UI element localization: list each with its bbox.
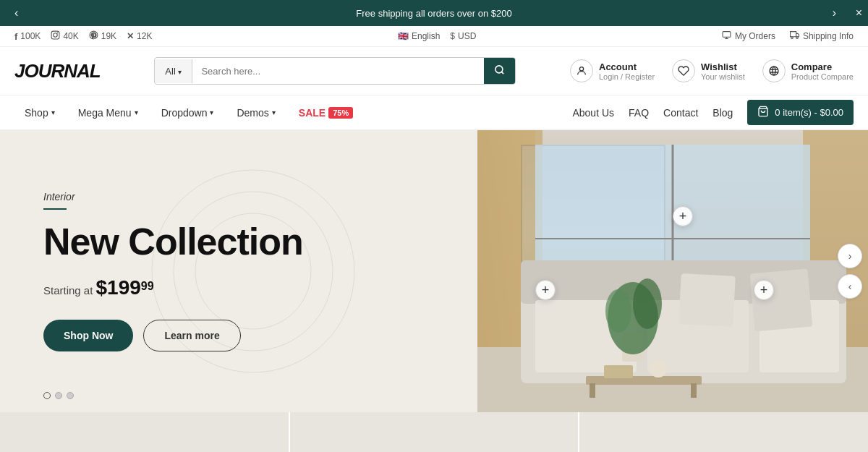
shop-chevron-icon: ▾: [51, 108, 55, 116]
svg-point-2: [57, 33, 59, 34]
mega-chevron-icon: ▾: [135, 108, 138, 116]
currency-label: USD: [458, 31, 476, 41]
svg-rect-32: [604, 365, 633, 378]
hero-prev-btn[interactable]: ‹: [838, 274, 862, 299]
pinterest-link[interactable]: 19K: [89, 30, 116, 42]
demos-chevron-icon: ▾: [272, 108, 276, 116]
shipping-info-label: Shipping Info: [803, 31, 854, 41]
flag-icon: 🇬🇧: [398, 31, 409, 41]
hero-tag-underline: [43, 208, 67, 210]
language-selector[interactable]: 🇬🇧 English: [398, 31, 440, 41]
hero-tag: Interior: [43, 191, 318, 202]
lang-currency: 🇬🇧 English $ USD: [398, 31, 476, 41]
shop-now-button[interactable]: Shop Now: [43, 320, 133, 351]
slide-dot-3[interactable]: [67, 392, 74, 399]
currency-selector[interactable]: $ USD: [450, 31, 476, 41]
account-icon: [570, 59, 593, 82]
wishlist-icon: [672, 59, 695, 82]
search-area: All ▾: [154, 57, 516, 85]
search-category-btn[interactable]: All ▾: [155, 59, 192, 83]
facebook-link[interactable]: f 100K: [14, 31, 41, 42]
hero-images: + + + › ‹: [362, 130, 868, 412]
nav-item-shop[interactable]: Shop ▾: [14, 95, 65, 130]
starting-at-label: Starting at: [43, 284, 93, 297]
nav-item-demos[interactable]: Demos ▾: [226, 95, 285, 130]
twitter-count: 12K: [137, 31, 152, 41]
search-icon: [494, 65, 505, 77]
main-nav: Shop ▾ Mega Menu ▾ Dropdown ▾ Demos ▾ SA…: [0, 95, 868, 130]
slide-dot-1[interactable]: [43, 392, 51, 399]
svg-rect-24: [678, 273, 736, 327]
nav-about-link[interactable]: About Us: [572, 107, 614, 119]
hotspot-table[interactable]: +: [535, 280, 556, 300]
search-category-chevron: ▾: [178, 68, 182, 76]
compare-link[interactable]: Compare Product Compare: [762, 59, 854, 82]
meta-bar: f 100K 40K 19K ✕ 12K 🇬🇧 English $ USD: [0, 26, 868, 47]
teaser-item-2: [290, 412, 580, 452]
announcement-next-btn[interactable]: ›: [824, 4, 845, 22]
nav-left: Shop ▾ Mega Menu ▾ Dropdown ▾ Demos ▾ SA…: [14, 95, 363, 130]
instagram-link[interactable]: 40K: [51, 30, 78, 42]
compare-sublabel: Product Compare: [791, 72, 854, 81]
search-btn[interactable]: [484, 58, 515, 84]
nav-contact-link[interactable]: Contact: [663, 107, 698, 119]
site-logo[interactable]: JOURNAL: [14, 60, 101, 82]
announcement-prev-btn[interactable]: ‹: [6, 4, 27, 22]
cart-button[interactable]: 0 item(s) - $0.00: [747, 100, 854, 125]
announcement-close-btn[interactable]: ×: [856, 7, 862, 20]
svg-rect-3: [723, 32, 731, 38]
shipping-info-link[interactable]: Shipping Info: [790, 30, 854, 42]
sofa-scene: + + +: [477, 130, 868, 412]
svg-rect-31: [691, 383, 697, 398]
svg-point-7: [579, 67, 583, 71]
nav-faq-link[interactable]: FAQ: [629, 107, 649, 119]
currency-icon: $: [450, 31, 455, 41]
my-orders-link[interactable]: My Orders: [722, 30, 775, 42]
svg-point-6: [495, 66, 503, 73]
svg-rect-29: [586, 376, 702, 385]
nav-item-dropdown[interactable]: Dropdown ▾: [151, 95, 224, 130]
teaser-item-1: [0, 412, 290, 452]
hero-title: New Collection: [43, 221, 318, 263]
slide-dots: [43, 392, 74, 399]
hotspot-plant[interactable]: +: [673, 206, 693, 226]
hero-price-value: $199: [96, 276, 141, 299]
account-link[interactable]: Account Login / Register: [570, 59, 655, 82]
cart-icon: [757, 106, 769, 119]
nav-blog-link[interactable]: Blog: [712, 107, 733, 119]
hero-next-btn[interactable]: ›: [838, 244, 862, 268]
nav-item-mega[interactable]: Mega Menu ▾: [68, 95, 148, 130]
hotspot-sofa[interactable]: +: [754, 280, 774, 300]
hero-price: Starting at $19999: [43, 276, 318, 299]
svg-point-33: [650, 360, 667, 378]
meta-right-links: My Orders Shipping Info: [722, 30, 854, 42]
search-input[interactable]: [192, 59, 484, 83]
search-category-label: All: [165, 66, 175, 77]
hero-price-cents: 99: [141, 280, 154, 292]
hero-nav-arrows: › ‹: [838, 244, 862, 299]
hero-prev-icon: ‹: [848, 281, 852, 292]
compare-label: Compare: [791, 61, 854, 72]
instagram-icon: [51, 30, 60, 42]
wishlist-sublabel: Your wishlist: [701, 72, 745, 81]
twitter-link[interactable]: ✕ 12K: [127, 31, 152, 41]
svg-rect-0: [51, 31, 59, 39]
wishlist-link[interactable]: Wishlist Your wishlist: [672, 59, 745, 82]
scene-svg: [477, 130, 868, 412]
slide-dot-2[interactable]: [55, 392, 62, 399]
svg-point-1: [54, 33, 57, 37]
announcement-text: Free shipping all orders over on $200: [356, 8, 511, 19]
nav-item-sale[interactable]: SALE 75%: [289, 95, 363, 130]
learn-more-button[interactable]: Learn more: [143, 320, 240, 351]
my-orders-label: My Orders: [735, 31, 775, 41]
cart-label: 0 item(s) - $0.00: [775, 107, 843, 118]
hero-image: + + +: [477, 130, 868, 412]
shipping-icon: [790, 30, 799, 42]
announcement-bar: ‹ Free shipping all orders over on $200 …: [0, 0, 868, 26]
twitter-icon: ✕: [127, 31, 134, 41]
pinterest-icon: [89, 30, 98, 42]
language-label: English: [412, 31, 440, 41]
hero-section: Interior New Collection Starting at $199…: [0, 130, 868, 412]
teaser-item-3: [579, 412, 868, 452]
facebook-icon: f: [14, 31, 17, 42]
